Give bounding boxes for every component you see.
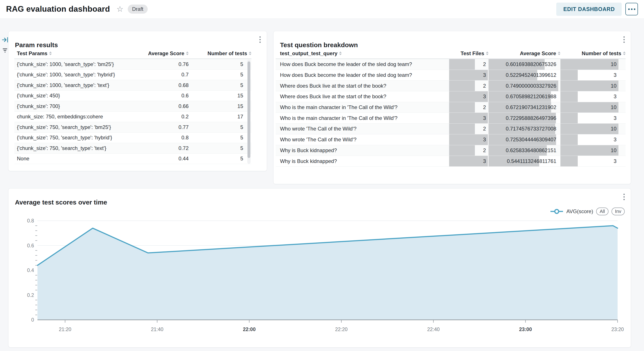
test-question-breakdown-widget: Test question breakdown test_output_test…: [273, 31, 631, 184]
cell-average-score: 0.44: [137, 156, 188, 162]
scores-line-chart[interactable]: 00.20.40.60.821:2021:4022:0022:2022:4023…: [8, 188, 631, 347]
cell-query: How does Buck become the leader of the s…: [276, 72, 449, 78]
table-row: {'chunk_size': 450}0.615: [14, 91, 252, 101]
ellipsis-icon: [628, 8, 630, 10]
cell-test-files: 3: [449, 156, 488, 166]
cell-test-files: 3: [449, 113, 488, 123]
data-bar: [449, 156, 488, 166]
widget-menu-icon[interactable]: [622, 35, 626, 44]
cell-average-score: 0.76: [137, 61, 188, 67]
x-tick-label: 23:20: [611, 327, 624, 332]
cell-query: How does Buck become the leader of the s…: [276, 61, 449, 67]
cell-number-of-tests: 3: [560, 156, 618, 166]
collapse-panel-icon[interactable]: [2, 36, 8, 44]
cell-query: Why is Buck kidnapped?: [276, 158, 449, 164]
column-header-test-files[interactable]: Test Files: [449, 50, 488, 56]
cell-value: 0.6721907341231902: [506, 104, 556, 110]
sort-icon: [623, 51, 626, 55]
x-tick-label: 22:40: [427, 327, 440, 332]
column-header-query[interactable]: test_output_test_query: [276, 50, 449, 56]
table-row: {'chunk_size': 1000, 'search_type': 'tex…: [14, 80, 252, 91]
cell-number-of-tests: 3: [560, 91, 618, 102]
cell-number-of-tests: 15: [188, 103, 252, 109]
cell-test-params: {'chunk_size': 1000, 'search_type': 'tex…: [14, 82, 137, 88]
cell-test-params: None: [14, 156, 137, 162]
edit-dashboard-button[interactable]: EDIT DASHBOARD: [556, 2, 622, 16]
cell-number-of-tests: 5: [188, 135, 252, 141]
data-bar: [560, 80, 618, 91]
column-header-average-score[interactable]: Average Score: [137, 50, 188, 56]
cell-average-score: 0.7490000003327926: [488, 80, 558, 91]
x-tick-label: 21:40: [151, 327, 164, 332]
param-results-widget: Param results Test Params Average Score …: [8, 31, 267, 171]
data-bar: [449, 70, 488, 80]
table-row: Who wrote 'The Call of the Wild'?30.7253…: [276, 134, 626, 145]
cell-test-params: {'chunk_size': 700}: [14, 103, 137, 109]
cell-test-files: 2: [449, 59, 488, 70]
data-bar: [449, 91, 488, 102]
cell-number-of-tests: 5: [188, 145, 252, 151]
cell-test-files: 3: [449, 134, 488, 145]
table-row: {'chunk_size': 1000, 'search_type': 'bm2…: [14, 59, 252, 70]
scrollbar-thumb[interactable]: [248, 61, 250, 158]
x-tick-label: 22:20: [335, 327, 348, 332]
cell-value: 10: [611, 61, 616, 67]
cell-value: 0.6705898212061988: [506, 93, 556, 99]
cell-value: 0.5441113246811761: [507, 158, 556, 164]
data-bar: [560, 156, 578, 166]
data-bar: [449, 134, 488, 145]
table-row: Where does Buck live at the start of the…: [276, 91, 626, 102]
more-actions-button[interactable]: [626, 3, 638, 15]
cell-query: Who is the main character in 'The Call o…: [276, 104, 449, 110]
cell-value: 3: [614, 72, 616, 78]
cell-value: 3: [614, 158, 616, 164]
cell-number-of-tests: 5: [188, 124, 252, 130]
cell-value: 0.7253044446309407: [506, 137, 556, 143]
cell-value: 2: [483, 147, 486, 153]
cell-query: Who wrote 'The Call of the Wild'?: [276, 126, 449, 132]
cell-test-files: 2: [449, 145, 488, 156]
cell-average-score: 0.5229452401399612: [488, 70, 558, 80]
cell-value: 0.6258336480862151: [506, 147, 556, 153]
column-header-average-score[interactable]: Average Score: [488, 50, 560, 56]
data-bar: [560, 124, 618, 134]
column-header-test-params[interactable]: Test Params: [14, 50, 137, 56]
cell-number-of-tests: 10: [560, 80, 618, 91]
data-bar: [449, 80, 475, 91]
cell-value: 2: [483, 61, 486, 67]
table-row: {'chunk_size': 1000, 'search_type': 'hyb…: [14, 70, 252, 80]
column-header-number-of-tests[interactable]: Number of tests: [188, 50, 252, 56]
cell-value: 10: [611, 104, 616, 110]
cell-average-score: 0.77: [137, 124, 188, 130]
cell-query: Where does Buck live at the start of the…: [276, 83, 449, 89]
cell-value: 3: [614, 137, 616, 143]
table-row: {'chunk_size': 750, 'search_type': 'bm25…: [14, 122, 252, 133]
cell-number-of-tests: 3: [560, 113, 618, 123]
data-bar: [560, 102, 618, 113]
cell-value: 0.7174576733727008: [506, 126, 556, 132]
filter-icon[interactable]: [2, 47, 8, 54]
sort-icon: [186, 51, 188, 55]
cell-average-score: 0.6721907341231902: [488, 102, 558, 113]
cell-average-score: 0.7: [137, 72, 188, 78]
page-header: RAG evaluation dashboard ☆ Draft EDIT DA…: [0, 0, 644, 18]
table-row: Who is the main character in 'The Call o…: [276, 102, 626, 113]
cell-value: 3: [614, 115, 616, 121]
x-tick-label: 22:00: [243, 327, 256, 332]
data-bar: [449, 59, 475, 70]
cell-query: Where does Buck live at the start of the…: [276, 93, 449, 99]
x-tick-label: 21:20: [59, 327, 72, 332]
y-tick-label: 0.6: [27, 243, 34, 248]
cell-value: 2: [483, 104, 486, 110]
widget-menu-icon[interactable]: [258, 35, 262, 44]
data-bar: [560, 113, 578, 123]
cell-query: Who is the main character in 'The Call o…: [276, 115, 449, 121]
data-bar: [449, 113, 488, 123]
cell-value: 3: [483, 93, 486, 99]
sort-icon: [249, 51, 252, 55]
data-bar: [560, 70, 578, 80]
cell-number-of-tests: 5: [188, 72, 252, 78]
cell-test-params: {'chunk_size': 750, 'search_type': 'hybr…: [14, 135, 137, 141]
favorite-star-icon[interactable]: ☆: [115, 5, 125, 13]
column-header-number-of-tests[interactable]: Number of tests: [560, 50, 626, 56]
